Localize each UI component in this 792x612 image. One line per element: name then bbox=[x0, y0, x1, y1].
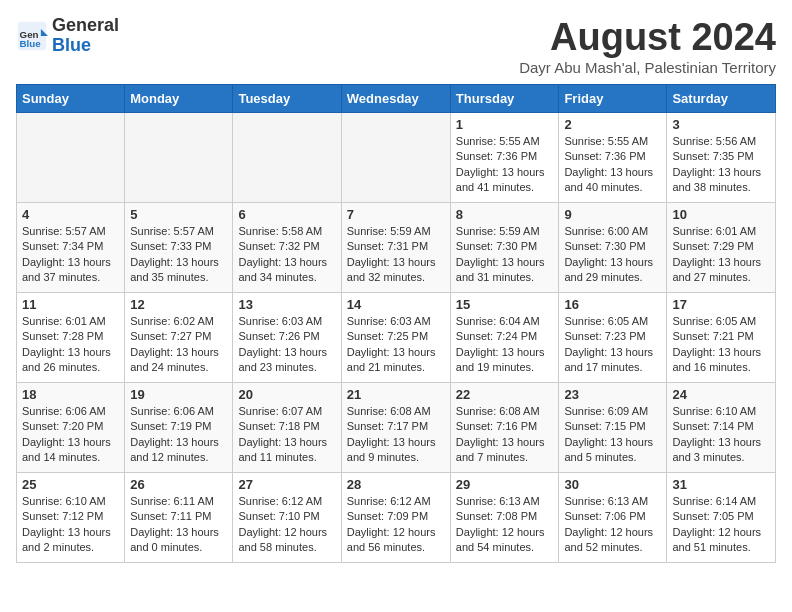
weekday-header-sunday: Sunday bbox=[17, 85, 125, 113]
day-number: 10 bbox=[672, 207, 770, 222]
logo-blue: Blue bbox=[52, 35, 91, 55]
day-number: 5 bbox=[130, 207, 227, 222]
day-number: 12 bbox=[130, 297, 227, 312]
calendar-cell: 1Sunrise: 5:55 AM Sunset: 7:36 PM Daylig… bbox=[450, 113, 559, 203]
calendar-cell: 9Sunrise: 6:00 AM Sunset: 7:30 PM Daylig… bbox=[559, 203, 667, 293]
day-info: Sunrise: 6:05 AM Sunset: 7:23 PM Dayligh… bbox=[564, 314, 661, 376]
day-number: 23 bbox=[564, 387, 661, 402]
calendar-cell: 22Sunrise: 6:08 AM Sunset: 7:16 PM Dayli… bbox=[450, 383, 559, 473]
day-info: Sunrise: 6:10 AM Sunset: 7:12 PM Dayligh… bbox=[22, 494, 119, 556]
day-info: Sunrise: 5:57 AM Sunset: 7:33 PM Dayligh… bbox=[130, 224, 227, 286]
day-info: Sunrise: 6:01 AM Sunset: 7:28 PM Dayligh… bbox=[22, 314, 119, 376]
day-info: Sunrise: 5:55 AM Sunset: 7:36 PM Dayligh… bbox=[564, 134, 661, 196]
day-info: Sunrise: 5:58 AM Sunset: 7:32 PM Dayligh… bbox=[238, 224, 335, 286]
day-number: 16 bbox=[564, 297, 661, 312]
calendar-cell: 29Sunrise: 6:13 AM Sunset: 7:08 PM Dayli… bbox=[450, 473, 559, 563]
weekday-header-monday: Monday bbox=[125, 85, 233, 113]
calendar-cell: 15Sunrise: 6:04 AM Sunset: 7:24 PM Dayli… bbox=[450, 293, 559, 383]
day-info: Sunrise: 6:08 AM Sunset: 7:16 PM Dayligh… bbox=[456, 404, 554, 466]
day-info: Sunrise: 6:12 AM Sunset: 7:10 PM Dayligh… bbox=[238, 494, 335, 556]
day-info: Sunrise: 6:14 AM Sunset: 7:05 PM Dayligh… bbox=[672, 494, 770, 556]
calendar-cell: 30Sunrise: 6:13 AM Sunset: 7:06 PM Dayli… bbox=[559, 473, 667, 563]
day-number: 20 bbox=[238, 387, 335, 402]
month-year-title: August 2024 bbox=[519, 16, 776, 59]
weekday-header-friday: Friday bbox=[559, 85, 667, 113]
calendar-cell bbox=[341, 113, 450, 203]
day-info: Sunrise: 6:12 AM Sunset: 7:09 PM Dayligh… bbox=[347, 494, 445, 556]
day-info: Sunrise: 6:10 AM Sunset: 7:14 PM Dayligh… bbox=[672, 404, 770, 466]
day-info: Sunrise: 5:59 AM Sunset: 7:31 PM Dayligh… bbox=[347, 224, 445, 286]
day-info: Sunrise: 6:13 AM Sunset: 7:08 PM Dayligh… bbox=[456, 494, 554, 556]
day-info: Sunrise: 6:01 AM Sunset: 7:29 PM Dayligh… bbox=[672, 224, 770, 286]
page-header: Gen Blue General Blue August 2024 Dayr A… bbox=[16, 16, 776, 76]
day-number: 25 bbox=[22, 477, 119, 492]
day-number: 14 bbox=[347, 297, 445, 312]
logo-general: General bbox=[52, 15, 119, 35]
day-number: 29 bbox=[456, 477, 554, 492]
calendar-cell: 27Sunrise: 6:12 AM Sunset: 7:10 PM Dayli… bbox=[233, 473, 341, 563]
day-info: Sunrise: 6:02 AM Sunset: 7:27 PM Dayligh… bbox=[130, 314, 227, 376]
calendar-cell: 21Sunrise: 6:08 AM Sunset: 7:17 PM Dayli… bbox=[341, 383, 450, 473]
day-number: 4 bbox=[22, 207, 119, 222]
calendar-week-row: 4Sunrise: 5:57 AM Sunset: 7:34 PM Daylig… bbox=[17, 203, 776, 293]
day-info: Sunrise: 6:11 AM Sunset: 7:11 PM Dayligh… bbox=[130, 494, 227, 556]
weekday-header-wednesday: Wednesday bbox=[341, 85, 450, 113]
calendar-cell bbox=[125, 113, 233, 203]
weekday-header-row: SundayMondayTuesdayWednesdayThursdayFrid… bbox=[17, 85, 776, 113]
calendar-cell: 8Sunrise: 5:59 AM Sunset: 7:30 PM Daylig… bbox=[450, 203, 559, 293]
calendar-cell: 6Sunrise: 5:58 AM Sunset: 7:32 PM Daylig… bbox=[233, 203, 341, 293]
day-number: 19 bbox=[130, 387, 227, 402]
weekday-header-tuesday: Tuesday bbox=[233, 85, 341, 113]
calendar-cell: 5Sunrise: 5:57 AM Sunset: 7:33 PM Daylig… bbox=[125, 203, 233, 293]
calendar-cell: 18Sunrise: 6:06 AM Sunset: 7:20 PM Dayli… bbox=[17, 383, 125, 473]
logo-text: General Blue bbox=[52, 16, 119, 56]
day-number: 6 bbox=[238, 207, 335, 222]
day-info: Sunrise: 6:09 AM Sunset: 7:15 PM Dayligh… bbox=[564, 404, 661, 466]
weekday-header-saturday: Saturday bbox=[667, 85, 776, 113]
calendar-week-row: 1Sunrise: 5:55 AM Sunset: 7:36 PM Daylig… bbox=[17, 113, 776, 203]
calendar-cell: 28Sunrise: 6:12 AM Sunset: 7:09 PM Dayli… bbox=[341, 473, 450, 563]
calendar-cell: 14Sunrise: 6:03 AM Sunset: 7:25 PM Dayli… bbox=[341, 293, 450, 383]
title-area: August 2024 Dayr Abu Mash'al, Palestinia… bbox=[519, 16, 776, 76]
day-number: 15 bbox=[456, 297, 554, 312]
day-number: 7 bbox=[347, 207, 445, 222]
day-number: 30 bbox=[564, 477, 661, 492]
calendar-cell: 3Sunrise: 5:56 AM Sunset: 7:35 PM Daylig… bbox=[667, 113, 776, 203]
day-info: Sunrise: 6:03 AM Sunset: 7:26 PM Dayligh… bbox=[238, 314, 335, 376]
day-info: Sunrise: 6:05 AM Sunset: 7:21 PM Dayligh… bbox=[672, 314, 770, 376]
day-number: 18 bbox=[22, 387, 119, 402]
calendar-cell: 24Sunrise: 6:10 AM Sunset: 7:14 PM Dayli… bbox=[667, 383, 776, 473]
day-info: Sunrise: 5:55 AM Sunset: 7:36 PM Dayligh… bbox=[456, 134, 554, 196]
day-number: 2 bbox=[564, 117, 661, 132]
day-info: Sunrise: 6:03 AM Sunset: 7:25 PM Dayligh… bbox=[347, 314, 445, 376]
calendar-table: SundayMondayTuesdayWednesdayThursdayFrid… bbox=[16, 84, 776, 563]
day-number: 26 bbox=[130, 477, 227, 492]
calendar-week-row: 18Sunrise: 6:06 AM Sunset: 7:20 PM Dayli… bbox=[17, 383, 776, 473]
day-number: 17 bbox=[672, 297, 770, 312]
day-info: Sunrise: 6:06 AM Sunset: 7:19 PM Dayligh… bbox=[130, 404, 227, 466]
day-info: Sunrise: 5:59 AM Sunset: 7:30 PM Dayligh… bbox=[456, 224, 554, 286]
svg-text:Blue: Blue bbox=[20, 37, 42, 48]
logo-icon: Gen Blue bbox=[16, 20, 48, 52]
day-info: Sunrise: 6:00 AM Sunset: 7:30 PM Dayligh… bbox=[564, 224, 661, 286]
day-info: Sunrise: 5:56 AM Sunset: 7:35 PM Dayligh… bbox=[672, 134, 770, 196]
day-number: 13 bbox=[238, 297, 335, 312]
day-number: 1 bbox=[456, 117, 554, 132]
calendar-cell: 23Sunrise: 6:09 AM Sunset: 7:15 PM Dayli… bbox=[559, 383, 667, 473]
calendar-cell: 16Sunrise: 6:05 AM Sunset: 7:23 PM Dayli… bbox=[559, 293, 667, 383]
day-info: Sunrise: 6:06 AM Sunset: 7:20 PM Dayligh… bbox=[22, 404, 119, 466]
calendar-cell: 2Sunrise: 5:55 AM Sunset: 7:36 PM Daylig… bbox=[559, 113, 667, 203]
calendar-cell: 11Sunrise: 6:01 AM Sunset: 7:28 PM Dayli… bbox=[17, 293, 125, 383]
day-number: 28 bbox=[347, 477, 445, 492]
calendar-cell: 19Sunrise: 6:06 AM Sunset: 7:19 PM Dayli… bbox=[125, 383, 233, 473]
calendar-cell bbox=[17, 113, 125, 203]
day-number: 27 bbox=[238, 477, 335, 492]
calendar-cell: 10Sunrise: 6:01 AM Sunset: 7:29 PM Dayli… bbox=[667, 203, 776, 293]
day-info: Sunrise: 6:07 AM Sunset: 7:18 PM Dayligh… bbox=[238, 404, 335, 466]
calendar-cell: 13Sunrise: 6:03 AM Sunset: 7:26 PM Dayli… bbox=[233, 293, 341, 383]
weekday-header-thursday: Thursday bbox=[450, 85, 559, 113]
day-number: 22 bbox=[456, 387, 554, 402]
logo: Gen Blue General Blue bbox=[16, 16, 119, 56]
calendar-cell: 25Sunrise: 6:10 AM Sunset: 7:12 PM Dayli… bbox=[17, 473, 125, 563]
day-number: 11 bbox=[22, 297, 119, 312]
